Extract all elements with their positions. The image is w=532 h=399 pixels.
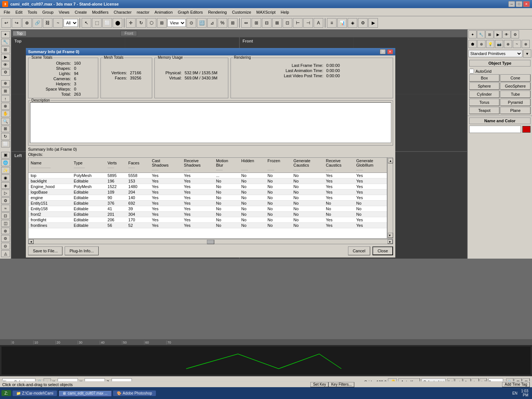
- menu-help[interactable]: Help: [279, 9, 291, 15]
- close-button[interactable]: Close: [372, 246, 393, 255]
- create-tab[interactable]: ✦: [1, 31, 10, 38]
- dropdown-arrow-icon[interactable]: ▼: [523, 50, 531, 58]
- tube-button[interactable]: Tube: [500, 91, 531, 98]
- align-view[interactable]: A: [314, 18, 323, 28]
- menu-graph-editors[interactable]: Graph Editors: [175, 9, 205, 15]
- undo-button[interactable]: ↩: [1, 18, 11, 28]
- pyramid-button[interactable]: Pyramid: [500, 99, 531, 106]
- box-button[interactable]: Box: [469, 74, 499, 82]
- bind-space-warp[interactable]: ~: [53, 18, 63, 28]
- color-swatch[interactable]: [522, 126, 531, 133]
- extra-4[interactable]: ⊛: [1, 228, 10, 235]
- select-object-button[interactable]: ⊕: [22, 18, 32, 28]
- align-camera[interactable]: ⊣: [303, 18, 313, 28]
- menu-maxscript[interactable]: MAXScript: [254, 9, 278, 15]
- scroll-down-button[interactable]: ▼: [388, 233, 393, 238]
- menu-views[interactable]: Views: [57, 9, 72, 15]
- menu-file[interactable]: File: [1, 9, 13, 15]
- hierarchy-icon[interactable]: ⊞: [485, 30, 494, 38]
- rotate-button[interactable]: ↻: [136, 18, 146, 28]
- display-icon[interactable]: 👁: [502, 30, 511, 38]
- menu-reactor[interactable]: reactor: [134, 9, 151, 15]
- h-scroll-thumb[interactable]: [207, 240, 214, 244]
- table-scrollbar[interactable]: ▲ ▼: [387, 157, 393, 239]
- dialog-help-button[interactable]: ?: [380, 49, 386, 54]
- render-setup[interactable]: ⚙: [358, 18, 368, 28]
- taskbar-item-3ds[interactable]: 🖥 cami_edit_cult07.max ...: [58, 390, 112, 396]
- autogrid-checkbox[interactable]: [469, 69, 474, 74]
- move-button[interactable]: ✛: [126, 18, 136, 28]
- save-to-file-button[interactable]: Save to File...: [28, 246, 62, 255]
- select-paint[interactable]: ⬤: [113, 18, 122, 28]
- modify-icon[interactable]: 🔧: [477, 30, 485, 38]
- minimize-button[interactable]: ─: [508, 1, 515, 7]
- shapes-icon[interactable]: ⊛: [477, 40, 485, 48]
- scroll-up-button[interactable]: ▲: [388, 158, 393, 163]
- transform-gizmo[interactable]: ⊗: [1, 103, 10, 110]
- display-tab[interactable]: 👁: [1, 61, 10, 68]
- object-name-input[interactable]: [469, 126, 521, 133]
- view-dropdown[interactable]: View: [167, 19, 186, 27]
- menu-edit[interactable]: Edit: [13, 9, 25, 15]
- cameras-icon[interactable]: 📷: [495, 40, 503, 48]
- geometry-icon[interactable]: ⬟: [468, 40, 477, 48]
- active-shade[interactable]: ◈: [1, 182, 10, 189]
- environment[interactable]: 🌐: [1, 159, 10, 166]
- plane-button[interactable]: Plane: [500, 107, 531, 114]
- cylinder-button[interactable]: Cylinder: [469, 91, 499, 98]
- layer-manager[interactable]: ≡: [327, 18, 337, 28]
- pan-view[interactable]: ✋: [1, 110, 10, 117]
- menu-modifiers[interactable]: Modifiers: [90, 9, 111, 15]
- cancel-button[interactable]: Cancel: [348, 246, 370, 255]
- align-button[interactable]: ⊟: [262, 18, 272, 28]
- track-view[interactable]: 📊: [337, 18, 347, 28]
- scroll-left-button[interactable]: ◄: [28, 239, 34, 244]
- spinner-snap[interactable]: ⊞: [228, 18, 238, 28]
- select-lasso[interactable]: ⬜: [102, 18, 112, 28]
- scroll-right-button[interactable]: ►: [388, 239, 393, 244]
- select-region[interactable]: ⬚: [92, 18, 102, 28]
- description-textarea[interactable]: [30, 102, 391, 143]
- select-button[interactable]: ↖: [82, 18, 91, 28]
- systems-icon[interactable]: ⊗: [522, 40, 530, 48]
- snap-button[interactable]: 🔢: [197, 18, 207, 28]
- extra-1[interactable]: ≈: [1, 205, 10, 212]
- menu-character[interactable]: Character: [112, 9, 134, 15]
- plug-in-info-button[interactable]: Plug-In Info...: [65, 246, 98, 255]
- viewport-tab-top[interactable]: Top: [13, 31, 27, 36]
- normal-align[interactable]: ⊡: [283, 18, 292, 28]
- zoom-all[interactable]: ⊞: [1, 126, 10, 133]
- taskbar-item-folder[interactable]: 📁 Z:\Car-model\Cami: [13, 391, 57, 396]
- render-frame[interactable]: ▣: [1, 152, 10, 159]
- percent-snap[interactable]: %: [218, 18, 227, 28]
- effects[interactable]: ✨: [1, 167, 10, 174]
- quick-render[interactable]: ▶: [368, 18, 378, 28]
- tools-panel[interactable]: ⚙: [1, 197, 10, 204]
- snap-3d[interactable]: ⊕: [1, 80, 10, 87]
- selection-filter-dropdown[interactable]: All: [64, 19, 78, 27]
- spacewarps-icon[interactable]: ~: [513, 40, 521, 48]
- torus-button[interactable]: Torus: [469, 99, 499, 106]
- viewport-tab-front[interactable]: Front: [120, 31, 137, 36]
- menu-create[interactable]: Create: [72, 9, 89, 15]
- set-key-button[interactable]: Set Key: [310, 382, 328, 387]
- extra-7[interactable]: ◬: [1, 250, 10, 257]
- place-highlight[interactable]: ⊢: [293, 18, 303, 28]
- arc-rotate[interactable]: ↻: [1, 133, 10, 140]
- utilities-tab[interactable]: ⚙: [1, 69, 10, 76]
- maximize-viewport[interactable]: ⬜: [1, 141, 10, 148]
- create-icon[interactable]: ✦: [468, 30, 477, 38]
- snap-2d[interactable]: ⊞: [1, 88, 10, 95]
- geosphere-button[interactable]: GeoSphere: [500, 82, 531, 90]
- array-button[interactable]: ⊞: [252, 18, 261, 28]
- menu-group[interactable]: Group: [40, 9, 56, 15]
- motion-tab[interactable]: ▶: [1, 54, 10, 61]
- hierarchy-tab[interactable]: ⊞: [1, 46, 10, 53]
- menu-rendering[interactable]: Rendering: [206, 9, 229, 15]
- pivot-button[interactable]: ⊙: [187, 18, 196, 28]
- scale-button[interactable]: ⬡: [147, 18, 156, 28]
- angle-snap[interactable]: ⊿: [207, 18, 217, 28]
- mirror-button[interactable]: ⇔: [241, 18, 251, 28]
- taskbar-item-photoshop[interactable]: 🎨 Adobe Photoshop: [113, 391, 156, 396]
- render-type[interactable]: ◉: [1, 174, 10, 181]
